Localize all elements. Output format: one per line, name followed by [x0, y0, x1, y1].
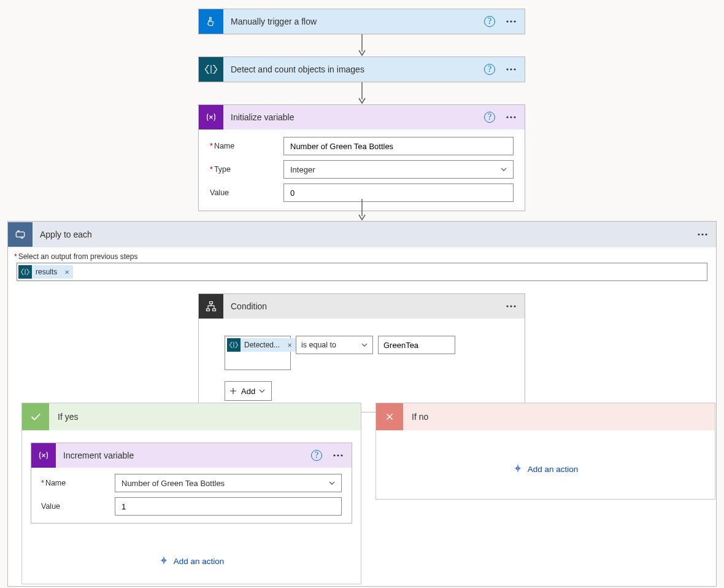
- more-icon[interactable]: [501, 12, 521, 31]
- check-icon: [22, 403, 49, 430]
- svg-point-1: [510, 20, 512, 22]
- more-icon[interactable]: [693, 225, 712, 244]
- if-no-title: If no: [412, 412, 428, 422]
- arrow-down-icon: [357, 199, 367, 221]
- value-label: Value: [41, 502, 115, 511]
- loop-icon: [8, 222, 33, 247]
- init-variable-title: Initialize variable: [223, 112, 484, 122]
- svg-point-2: [514, 20, 515, 22]
- if-no-branch: If no Add an action: [375, 403, 715, 500]
- if-yes-header[interactable]: If yes: [22, 403, 361, 430]
- aibuilder-card[interactable]: Detect and count objects in images ?: [198, 56, 525, 82]
- name-label: *Name: [41, 479, 115, 487]
- value-input[interactable]: [283, 184, 514, 202]
- svg-point-19: [506, 305, 508, 307]
- help-icon[interactable]: ?: [484, 112, 495, 123]
- svg-point-6: [514, 68, 515, 70]
- arrow-down-icon: [357, 82, 367, 104]
- condition-left-input[interactable]: Detected... ✕: [225, 336, 291, 370]
- svg-point-4: [506, 68, 508, 70]
- brain-icon: [199, 57, 223, 82]
- svg-point-0: [506, 20, 508, 22]
- condition-title: Condition: [223, 301, 501, 311]
- svg-point-20: [510, 305, 512, 307]
- increment-variable-card[interactable]: Increment variable ? *Name Number of Gre…: [31, 443, 352, 524]
- svg-point-8: [506, 116, 508, 118]
- add-action-button[interactable]: Add an action: [31, 555, 352, 567]
- svg-point-21: [514, 305, 515, 307]
- insert-step-icon: [513, 463, 523, 475]
- svg-point-24: [341, 454, 342, 456]
- if-yes-title: If yes: [58, 412, 78, 422]
- condition-value-input[interactable]: [378, 336, 455, 354]
- svg-point-5: [510, 68, 512, 70]
- close-icon: [376, 403, 403, 430]
- aibuilder-title: Detect and count objects in images: [223, 64, 484, 74]
- svg-rect-17: [207, 309, 210, 311]
- remove-token-icon[interactable]: ✕: [61, 269, 73, 276]
- help-icon[interactable]: ?: [311, 450, 322, 461]
- trigger-title: Manually trigger a flow: [223, 17, 484, 26]
- remove-token-icon[interactable]: ✕: [283, 342, 296, 349]
- condition-header[interactable]: Condition: [199, 294, 525, 319]
- if-no-header[interactable]: If no: [376, 403, 715, 430]
- help-icon[interactable]: ?: [484, 64, 495, 75]
- type-label: *Type: [210, 165, 283, 174]
- brain-icon: [18, 265, 32, 279]
- svg-rect-12: [16, 232, 24, 237]
- svg-rect-16: [210, 302, 213, 304]
- if-yes-branch: If yes Increment variable ?: [21, 403, 361, 584]
- type-select[interactable]: Integer: [283, 160, 514, 179]
- condition-card: Condition Detected... ✕: [198, 293, 525, 412]
- condition-operator-select[interactable]: is equal to: [296, 336, 373, 354]
- value-label: Value: [210, 188, 283, 197]
- more-icon[interactable]: [501, 60, 521, 79]
- insert-step-icon: [159, 555, 169, 567]
- apply-to-each-title: Apply to each: [33, 230, 693, 239]
- svg-point-14: [701, 233, 703, 235]
- svg-point-13: [698, 233, 699, 235]
- trigger-card[interactable]: Manually trigger a flow ?: [198, 9, 525, 34]
- value-input[interactable]: [115, 497, 342, 516]
- select-output-input[interactable]: results ✕: [17, 263, 707, 281]
- more-icon[interactable]: [328, 446, 348, 465]
- increment-variable-title: Increment variable: [56, 451, 311, 460]
- detected-token[interactable]: Detected... ✕: [227, 338, 296, 352]
- brain-icon: [227, 338, 241, 352]
- add-action-button[interactable]: Add an action: [385, 463, 706, 475]
- svg-rect-18: [213, 309, 216, 311]
- svg-point-23: [337, 454, 339, 456]
- svg-point-22: [333, 454, 335, 456]
- name-input[interactable]: [283, 137, 514, 155]
- name-label: *Name: [210, 142, 283, 150]
- select-output-label: *Select an output from previous steps: [14, 252, 716, 261]
- svg-point-15: [705, 233, 707, 235]
- plus-icon: [229, 387, 237, 395]
- svg-point-9: [510, 116, 512, 118]
- variable-icon: [199, 105, 223, 130]
- variable-icon: [31, 443, 56, 468]
- apply-to-each-header[interactable]: Apply to each: [8, 222, 716, 247]
- chevron-down-icon: [259, 388, 265, 394]
- name-select[interactable]: Number of Green Tea Bottles: [115, 474, 342, 492]
- add-condition-button[interactable]: Add: [225, 381, 272, 401]
- more-icon[interactable]: [501, 296, 521, 316]
- pointer-icon: [199, 9, 223, 34]
- condition-icon: [199, 294, 223, 319]
- arrow-down-icon: [357, 34, 367, 56]
- init-variable-card[interactable]: Initialize variable ? *Name *Type Intege…: [198, 104, 525, 211]
- svg-point-10: [514, 116, 515, 118]
- results-token[interactable]: results ✕: [18, 265, 73, 279]
- more-icon[interactable]: [501, 107, 521, 127]
- help-icon[interactable]: ?: [484, 16, 495, 27]
